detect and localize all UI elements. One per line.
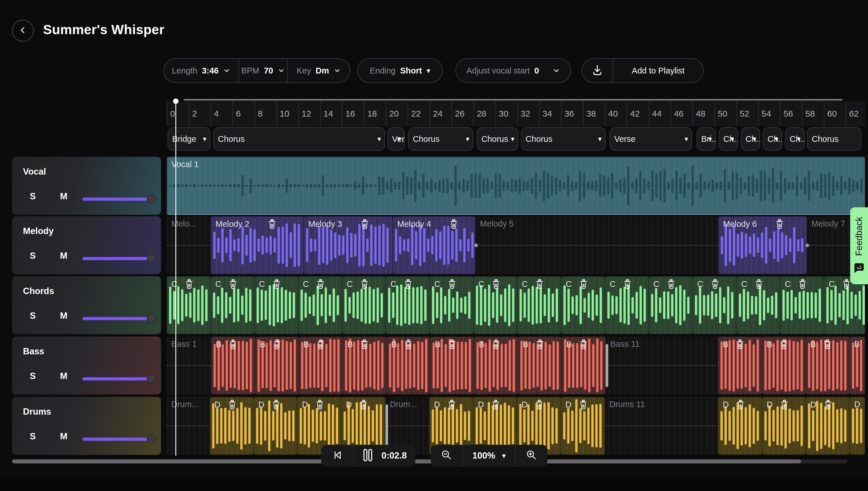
bpm-dropdown[interactable]: BPM 70 [239, 59, 287, 82]
zoom-level-dropdown[interactable]: 100% ▾ [463, 445, 515, 467]
clip-chords-10[interactable]: C [605, 276, 649, 334]
add-to-playlist-button[interactable]: Add to Playlist [612, 59, 703, 82]
clip-bass-0[interactable]: Bass 1 [167, 337, 211, 395]
delete-clip-button[interactable] [535, 279, 544, 289]
section-pill-1[interactable]: Chorus▾ [213, 127, 385, 151]
delete-clip-button[interactable] [228, 400, 237, 409]
delete-clip-button[interactable] [316, 339, 325, 349]
adjust-vocal-start-dropdown[interactable]: Adjust vocal start 0 [455, 58, 571, 83]
clip-resize-handle[interactable] [805, 243, 809, 247]
clip-melody-0[interactable]: Melo... [167, 216, 211, 274]
delete-clip-button[interactable] [316, 400, 324, 409]
clip-drums-0[interactable]: Drum... [167, 397, 210, 455]
delete-clip-button[interactable] [711, 279, 719, 289]
clip-chords-9[interactable]: C [561, 276, 605, 334]
clip-chords-11[interactable]: C [649, 276, 693, 334]
mute-button[interactable]: M [57, 191, 70, 202]
mute-button[interactable]: M [57, 371, 70, 381]
delete-clip-button[interactable] [780, 400, 789, 409]
clip-drums-2[interactable]: D [254, 397, 297, 455]
download-button[interactable] [582, 59, 612, 82]
solo-button[interactable]: S [26, 311, 39, 321]
clip-bass-13[interactable]: B [806, 337, 850, 395]
clip-bass-7[interactable]: B [474, 337, 518, 395]
delete-clip-button[interactable] [361, 219, 369, 229]
clip-bass-4[interactable]: B [343, 337, 387, 395]
clip-bass-9[interactable]: B [562, 337, 606, 395]
clip-chords-13[interactable]: C [737, 276, 780, 334]
playhead[interactable] [175, 101, 176, 456]
section-pill-8[interactable]: Ch...▾ [719, 127, 738, 151]
clip-drums-9[interactable]: D [561, 397, 605, 455]
delete-clip-button[interactable] [623, 279, 632, 289]
clip-bass-11[interactable]: B [718, 337, 762, 395]
delete-clip-button[interactable] [823, 339, 832, 349]
clip-bass-5[interactable]: B [387, 337, 430, 395]
delete-clip-button[interactable] [536, 339, 544, 349]
clip-drums-1[interactable]: D [210, 397, 254, 455]
clip-bass-10[interactable]: Bass 11 [606, 337, 718, 395]
delete-clip-button[interactable] [780, 339, 788, 349]
solo-button[interactable]: S [26, 371, 39, 381]
delete-clip-button[interactable] [359, 400, 368, 409]
section-pill-9[interactable]: Ch...▾ [741, 127, 760, 151]
delete-clip-button[interactable] [535, 400, 544, 409]
clip-chords-4[interactable]: C [342, 276, 386, 334]
clip-chords-1[interactable]: C [211, 276, 254, 334]
clip-chords-8[interactable]: C [517, 276, 561, 334]
delete-clip-button[interactable] [755, 279, 763, 289]
section-pill-6[interactable]: Verse▾ [610, 127, 692, 151]
section-pill-0[interactable]: Bridge▾ [168, 127, 210, 151]
delete-clip-button[interactable] [492, 339, 500, 349]
delete-clip-button[interactable] [736, 339, 744, 349]
clip-resize-handle[interactable] [386, 404, 388, 447]
clip-resize-handle[interactable] [606, 344, 608, 387]
delete-clip-button[interactable] [404, 339, 413, 349]
delete-clip-button[interactable] [667, 279, 676, 289]
clip-vocal-0[interactable]: Vocal 1 [167, 157, 865, 215]
back-button[interactable] [12, 20, 34, 41]
ending-dropdown[interactable]: Ending Short ▾ [357, 58, 443, 83]
delete-clip-button[interactable] [268, 219, 276, 229]
zoom-in-button[interactable] [516, 445, 547, 467]
clip-chords-5[interactable]: C [386, 276, 430, 334]
zoom-out-button[interactable] [431, 445, 462, 467]
clip-chords-15[interactable]: C [824, 276, 865, 334]
clip-chords-0[interactable]: C [167, 276, 211, 334]
clip-bass-6[interactable]: B [430, 337, 474, 395]
clip-bass-8[interactable]: B [518, 337, 562, 395]
delete-clip-button[interactable] [579, 400, 588, 409]
delete-clip-button[interactable] [449, 219, 458, 229]
delete-clip-button[interactable] [229, 279, 237, 289]
delete-clip-button[interactable] [360, 279, 369, 289]
delete-clip-button[interactable] [824, 400, 832, 409]
delete-clip-button[interactable] [842, 279, 851, 289]
delete-clip-button[interactable] [579, 279, 588, 289]
length-dropdown[interactable]: Length 3:46 [164, 59, 239, 82]
delete-clip-button[interactable] [448, 400, 456, 409]
delete-clip-button[interactable] [736, 400, 745, 409]
section-pill-5[interactable]: Chorus▾ [521, 127, 606, 151]
clip-drums-12[interactable]: D [762, 397, 806, 455]
section-pill-11[interactable]: Ch...▾ [785, 127, 805, 151]
delete-clip-button[interactable] [448, 279, 456, 289]
mute-button[interactable]: M [57, 431, 70, 442]
clip-chords-6[interactable]: C [430, 276, 474, 334]
volume-slider-thumb[interactable] [147, 434, 156, 444]
section-pill-2[interactable]: Ver...▾ [388, 127, 405, 151]
delete-clip-button[interactable] [360, 339, 369, 349]
delete-clip-button[interactable] [185, 279, 193, 289]
mute-button[interactable]: M [57, 311, 70, 321]
clip-bass-2[interactable]: B [255, 337, 299, 395]
timeline-top-scrollbar[interactable] [184, 99, 842, 100]
delete-clip-button[interactable] [404, 279, 413, 289]
clip-chords-12[interactable]: C [693, 276, 737, 334]
delete-clip-button[interactable] [492, 279, 500, 289]
clip-chords-7[interactable]: C [474, 276, 517, 334]
delete-clip-button[interactable] [491, 400, 500, 409]
clip-bass-12[interactable]: B [762, 337, 806, 395]
clip-drums-11[interactable]: D [718, 397, 762, 455]
clip-melody-3[interactable]: Melody 4 [393, 216, 475, 274]
clip-chords-3[interactable]: C [298, 276, 342, 334]
delete-clip-button[interactable] [448, 339, 456, 349]
